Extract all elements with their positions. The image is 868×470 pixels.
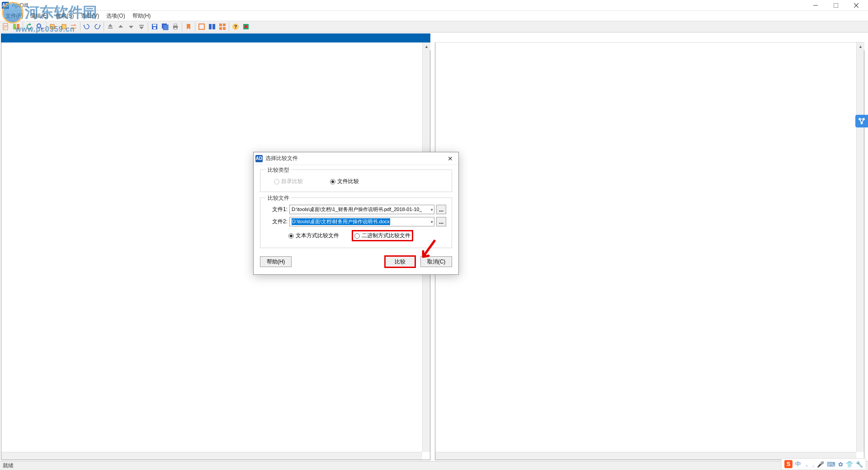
chevron-down-icon[interactable]: ▾ (431, 220, 433, 224)
file2-browse-button[interactable]: ... (436, 217, 446, 226)
dialog-compare-button[interactable]: 比较 (384, 255, 416, 268)
dialog-close-button[interactable]: ✕ (444, 154, 457, 164)
radio-file-compare[interactable]: 文件比较 (330, 178, 359, 185)
select-compare-dialog: AD 选择比较文件 ✕ 比较类型 目录比较 文件比较 比较文件 (253, 152, 459, 275)
dialog-titlebar: AD 选择比较文件 ✕ (254, 152, 458, 165)
compare-type-legend: 比较类型 (266, 166, 291, 174)
highlight-binary-mode: 二进制方式比较文件 (352, 230, 413, 241)
file1-label: 文件1: (266, 206, 288, 213)
dialog-icon: AD (255, 155, 263, 162)
chevron-down-icon[interactable]: ▾ (431, 207, 433, 212)
radio-dir-compare: 目录比较 (274, 178, 303, 185)
compare-file-fieldset: 比较文件 文件1: D:\tools\桌面\文档\1_财务用户操作说明书.pdf… (260, 197, 452, 248)
file1-browse-button[interactable]: ... (436, 205, 446, 214)
file2-label: 文件2: (266, 218, 288, 226)
radio-binary-mode[interactable]: 二进制方式比较文件 (354, 232, 410, 240)
dialog-cancel-button[interactable]: 取消(C) (420, 256, 452, 267)
file2-input[interactable]: D:\tools\桌面\文档\财务用户操作说明书.docx ▾ (289, 217, 434, 226)
compare-type-fieldset: 比较类型 目录比较 文件比较 (260, 169, 452, 192)
dialog-help-button[interactable]: 帮助(H) (260, 256, 292, 267)
radio-text-mode[interactable]: 文本方式比较文件 (288, 232, 339, 240)
file1-input[interactable]: D:\tools\桌面\文档\1_财务用户操作说明书.pdf_2018-01-1… (289, 205, 434, 214)
dialog-title-text: 选择比较文件 (265, 155, 298, 162)
compare-file-legend: 比较文件 (266, 194, 291, 202)
